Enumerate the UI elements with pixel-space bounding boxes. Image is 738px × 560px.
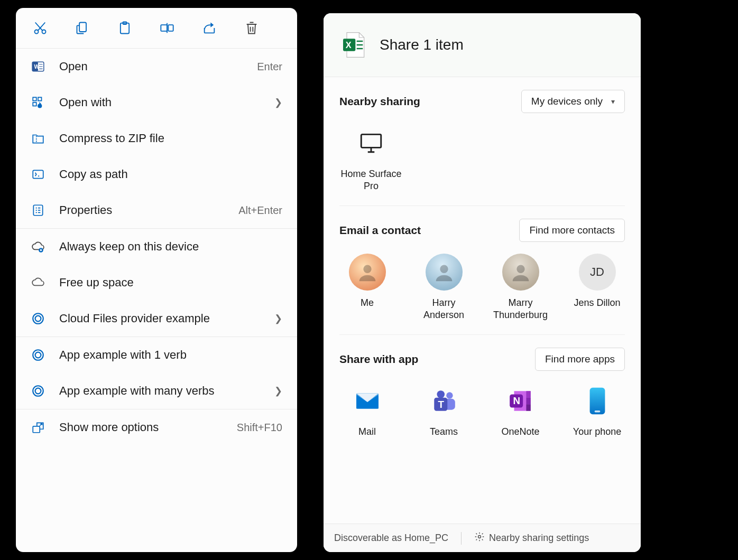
nearby-settings-label: Nearby sharing settings [489, 533, 589, 544]
svg-text:X: X [346, 40, 352, 50]
svg-point-40 [440, 265, 448, 273]
menu-item-keep-device[interactable]: Always keep on this device [16, 229, 297, 265]
contact-label: Me [361, 297, 374, 309]
open-with-icon [31, 95, 45, 110]
context-menu: W Open Enter Open with ❯ Compress to ZIP… [16, 8, 297, 552]
avatar: JD [579, 254, 616, 291]
svg-text:N: N [513, 395, 520, 406]
paste-icon[interactable] [115, 18, 134, 38]
menu-item-accel: Alt+Enter [238, 204, 282, 217]
contact-target[interactable]: Me [339, 254, 395, 322]
share-with-app-section: Share with app Find more apps MailTTeams… [339, 348, 625, 451]
more-icon [31, 420, 45, 435]
chevron-right-icon: ❯ [274, 97, 282, 108]
menu-item-label: App example with many verbs [59, 384, 274, 398]
svg-rect-6 [168, 25, 173, 31]
nearby-title: Nearby sharing [339, 95, 420, 108]
menu-item-compress[interactable]: Compress to ZIP file [16, 120, 297, 156]
svg-rect-32 [33, 426, 40, 433]
app-icon [349, 382, 386, 419]
menu-group: App example with 1 verb App example with… [16, 337, 297, 409]
svg-rect-51 [526, 397, 530, 404]
context-toolbar [16, 8, 297, 49]
nearby-mode-select[interactable]: My devices only ▾ [521, 90, 625, 113]
divider [461, 532, 462, 545]
app-label: Mail [358, 426, 376, 438]
zip-icon [31, 131, 45, 146]
app-target[interactable]: Your phone [569, 382, 625, 438]
menu-item-label: Copy as path [59, 167, 282, 181]
menu-item-open-with[interactable]: Open with ❯ [16, 85, 297, 120]
nearby-settings-link[interactable]: Nearby sharing settings [474, 531, 589, 545]
svg-rect-56 [594, 410, 600, 413]
email-title: Email a contact [339, 224, 421, 237]
app-icon [579, 382, 616, 419]
menu-item-copy-path[interactable]: Copy as path [16, 156, 297, 192]
menu-item-show-more[interactable]: Show more options Shift+F10 [16, 409, 297, 445]
nearby-device[interactable]: Home Surface Pro [339, 125, 403, 193]
svg-rect-17 [33, 170, 43, 178]
menu-item-free-space[interactable]: Free up space [16, 265, 297, 301]
email-contact-section: Email a contact Find more contacts MeHar… [339, 219, 625, 335]
svg-point-57 [478, 536, 481, 538]
menu-item-label: Properties [59, 203, 238, 217]
app1-icon [31, 348, 45, 362]
share-icon[interactable] [200, 18, 219, 38]
svg-point-27 [35, 316, 41, 322]
menu-item-label: Cloud Files provider example [59, 312, 274, 325]
svg-point-45 [437, 390, 445, 398]
chevron-right-icon: ❯ [274, 313, 282, 324]
copy-icon[interactable] [73, 18, 92, 38]
app-target[interactable]: NOneNote [493, 382, 548, 438]
menu-item-properties[interactable]: Properties Alt+Enter [16, 192, 297, 228]
contact-target[interactable]: JDJens Dillon [569, 254, 625, 322]
svg-point-0 [35, 30, 39, 34]
menu-item-cloud-provider[interactable]: Cloud Files provider example ❯ [16, 301, 297, 337]
nearby-sharing-section: Nearby sharing My devices only ▾ Home Su… [339, 90, 625, 206]
svg-point-1 [42, 30, 46, 34]
find-more-contacts-button[interactable]: Find more contacts [519, 219, 625, 242]
cut-icon[interactable] [31, 18, 50, 38]
avatar [426, 254, 463, 291]
contact-target[interactable]: Marry Thunderburg [493, 254, 548, 322]
menu-item-app-many[interactable]: App example with many verbs ❯ [16, 373, 297, 409]
app-icon: T [426, 382, 463, 419]
app-label: Teams [430, 426, 458, 438]
app2-icon [31, 384, 45, 398]
app-label: OneNote [501, 426, 539, 438]
menu-item-label: App example with 1 verb [59, 348, 282, 362]
menu-item-label: Open with [59, 96, 274, 109]
svg-rect-14 [33, 102, 36, 106]
apps-title: Share with app [339, 353, 418, 366]
rename-icon[interactable] [158, 18, 177, 38]
nearby-mode-value: My devices only [531, 96, 603, 107]
svg-point-41 [516, 265, 524, 273]
app-target[interactable]: TTeams [416, 382, 472, 438]
svg-point-39 [363, 265, 371, 273]
menu-item-accel: Enter [257, 61, 282, 73]
contact-target[interactable]: Harry Anderson [416, 254, 472, 322]
svg-point-44 [446, 392, 453, 399]
menu-item-open[interactable]: W Open Enter [16, 49, 297, 85]
svg-point-26 [33, 313, 43, 324]
svg-point-30 [33, 386, 43, 396]
delete-icon[interactable] [242, 18, 261, 38]
discoverable-label: Discoverable as Home_PC [334, 533, 448, 544]
monitor-icon [353, 125, 390, 162]
properties-icon [31, 203, 45, 218]
menu-item-label: Show more options [59, 421, 237, 434]
cloud-free-icon [31, 275, 45, 290]
contact-label: Jens Dillon [574, 297, 620, 309]
svg-rect-15 [38, 97, 42, 101]
app-target[interactable]: Mail [339, 382, 395, 438]
menu-group: W Open Enter Open with ❯ Compress to ZIP… [16, 49, 297, 229]
device-label: Home Surface Pro [339, 168, 403, 193]
svg-point-28 [33, 350, 43, 360]
svg-rect-55 [589, 387, 605, 414]
share-title: Share 1 item [380, 36, 464, 53]
find-more-apps-button[interactable]: Find more apps [535, 348, 625, 371]
svg-rect-38 [361, 134, 381, 147]
menu-item-app-1verb[interactable]: App example with 1 verb [16, 337, 297, 373]
contact-label: Marry Thunderburg [493, 297, 548, 322]
menu-group: Always keep on this device Free up space… [16, 229, 297, 337]
